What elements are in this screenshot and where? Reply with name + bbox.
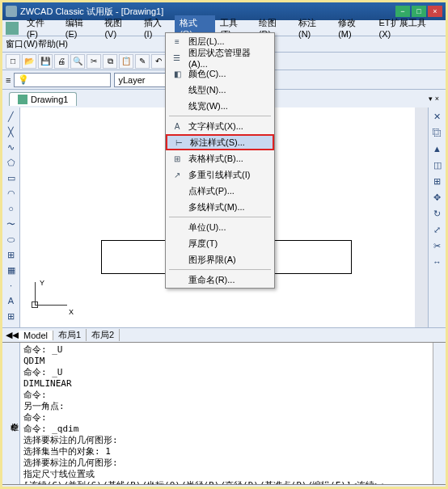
preview-icon[interactable]: 🔍 [70,54,85,69]
cmd-scrollbar[interactable] [433,343,446,484]
x-label: X [69,308,74,316]
format-menu-dropdown: ≡图层(L)...☰图层状态管理器(A)...◧颜色(C)...线型(N)...… [165,32,275,289]
blank-icon [171,83,184,96]
laystate-icon: ☰ [171,51,184,64]
erase-icon[interactable]: ✕ [430,109,445,124]
save-icon[interactable]: 💾 [38,54,53,69]
match-icon[interactable]: ✎ [135,54,150,69]
menu-item[interactable]: 修改(M) [333,15,374,40]
dropdown-label: 厚度(T) [188,238,218,250]
menu-dropdown-item[interactable]: 图形界限(A) [166,251,274,268]
move-icon[interactable]: ✥ [430,190,445,204]
dropdown-label: 重命名(R)... [188,274,235,286]
dropdown-label: 表格样式(B)... [188,153,243,165]
menu-item[interactable]: 文件(F) [22,15,61,40]
paste-icon[interactable]: 📋 [119,54,133,69]
line-icon[interactable]: ╱ [4,109,19,124]
offset-icon[interactable]: ◫ [430,158,445,172]
trim-icon[interactable]: ✂ [430,238,445,253]
dropdown-label: 线型(N)... [188,84,226,96]
menu-dropdown-item[interactable]: ☰图层状态管理器(A)... [166,49,274,65]
dropdown-label: 点样式(P)... [188,185,235,197]
insert-icon[interactable]: ⊞ [4,247,19,262]
ucs-origin [32,301,38,308]
dropdown-label: 图形界限(A) [188,254,236,266]
doc-tab-label: Drawing1 [31,95,68,104]
menu-dropdown-item[interactable]: A文字样式(X)... [166,118,274,134]
menu-dropdown-item[interactable]: 多线样式(M)... [166,199,274,215]
menu-dropdown-item[interactable]: 厚度(T) [166,235,274,251]
scale-icon[interactable]: ⤢ [430,222,445,237]
app-logo-icon [6,6,17,17]
cut-icon[interactable]: ✂ [87,54,101,69]
mirror-icon[interactable]: ▲ [430,141,445,156]
command-history[interactable]: 命令: _U QDIM 命令: _U DIMLINEAR 命令: 另一角点: 命… [20,343,433,484]
hatch-icon[interactable]: ▦ [4,263,19,277]
undo-icon[interactable]: ↶ [151,54,166,69]
menu-item[interactable]: ET扩展工具(X) [374,15,442,40]
command-area: 命令栏 命令: _U QDIM 命令: _U DIMLINEAR 命令: 另一角… [2,342,446,484]
blank-icon [171,99,184,112]
rect-icon[interactable]: ▭ [4,171,19,185]
ellipse-icon[interactable]: ⬭ [4,232,19,247]
polygon-icon[interactable]: ⬠ [4,155,19,170]
color-icon: ◧ [171,67,184,80]
menu-dropdown-item[interactable]: 单位(U)... [166,219,274,235]
tab-layout2[interactable]: 布局2 [87,329,120,341]
dropdown-label: 标注样式(S)... [190,137,245,149]
dropdown-label: 多重引线样式(I) [188,169,250,181]
tab-model[interactable]: Model [19,331,53,340]
blank-icon [171,184,184,197]
menu-dropdown-item[interactable]: 线型(N)... [166,82,274,98]
print-icon[interactable]: 🖨 [54,54,69,69]
menu-item[interactable]: 标注(N) [294,15,333,40]
linetype-value: yLayer [118,75,145,85]
menu-item[interactable]: 编辑(E) [61,15,100,40]
tab-nav[interactable]: ▾ × [429,95,439,103]
extend-icon[interactable]: ↔ [430,255,445,269]
menu-dropdown-item[interactable]: ↗多重引线样式(I) [166,167,274,183]
layer-mgr-icon[interactable]: ≡ [6,75,11,85]
open-icon[interactable]: 📂 [22,54,36,69]
dropdown-label: 颜色(C)... [188,68,226,80]
circle-icon[interactable]: ○ [4,201,19,216]
point-icon[interactable]: · [4,278,19,293]
blank-icon [171,273,184,286]
rotate-icon[interactable]: ↻ [430,206,445,221]
dropdown-label: 单位(U)... [188,221,226,234]
spline-icon[interactable]: 〜 [4,217,19,231]
vertical-scrollbar[interactable] [415,107,428,327]
new-icon[interactable]: □ [6,54,20,69]
app-menu-icon[interactable] [6,22,19,35]
blank-icon [171,200,184,213]
draw-toolbar: ╱ ╳ ∿ ⬠ ▭ ◠ ○ 〜 ⬭ ⊞ ▦ · A ⊞ [2,107,20,327]
blank-icon [171,237,184,250]
text-icon[interactable]: A [4,293,19,308]
array-icon[interactable]: ⊞ [430,174,445,188]
menu-item[interactable]: 视图(V) [99,15,139,40]
copy-icon[interactable]: ⧉ [103,54,117,69]
menu-dropdown-item[interactable]: ⊢标注样式(S)... [166,134,274,150]
menu-dropdown-item[interactable]: 点样式(P)... [166,183,274,199]
layer-combo[interactable]: 💡 [14,73,111,87]
xline-icon[interactable]: ╳ [4,124,19,139]
doc-tab[interactable]: Drawing1 [9,92,77,106]
status-bar: 34.8087, 179.2643, 0 捕捉栅格正交极轴对象捕捉对象追踪线宽模… [2,484,446,489]
command-side-label: 命令栏 [2,343,20,484]
menu-item[interactable]: 帮助(H) [38,38,68,50]
ucs-x-axis [35,305,67,306]
menu-dropdown-item[interactable]: 重命名(R)... [166,272,274,288]
dropdown-label: 线宽(W)... [188,100,228,112]
menu-dropdown-item[interactable]: 线宽(W)... [166,98,274,114]
copy-obj-icon[interactable]: ⿻ [430,125,445,140]
menu-item[interactable]: 窗口(W) [6,38,38,50]
tab-layout1[interactable]: 布局1 [53,329,87,341]
dim-icon: ⊢ [172,136,185,149]
tab-nav-left[interactable]: ◀◀ [6,330,19,340]
pline-icon[interactable]: ∿ [4,140,19,154]
table-icon[interactable]: ⊞ [4,309,19,323]
table-icon: ⊞ [171,152,184,165]
menu-dropdown-item[interactable]: ⊞表格样式(B)... [166,150,274,167]
arc-icon[interactable]: ◠ [4,186,19,200]
mlead-icon: ↗ [171,168,184,181]
